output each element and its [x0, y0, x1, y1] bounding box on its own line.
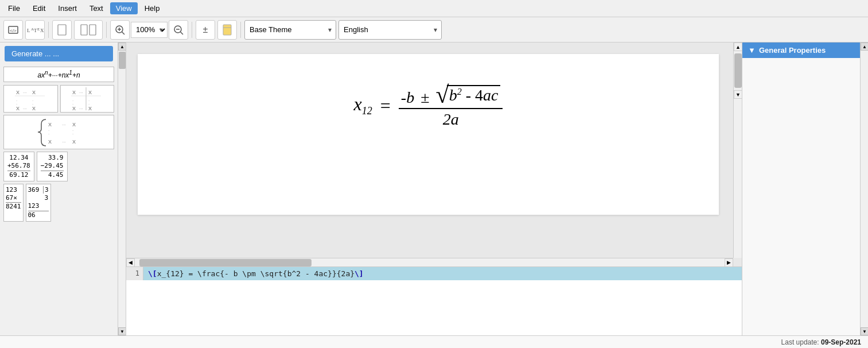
zoom-in-button[interactable]: [110, 20, 130, 40]
brace-matrix-icon: X ··· X · · · · X ··· X: [33, 117, 85, 147]
menu-text[interactable]: Text: [84, 2, 109, 14]
sqrt-container: √ b2 - 4ac: [436, 83, 501, 107]
code-view-button[interactable]: </>: [3, 20, 23, 40]
svg-text:···: ···: [23, 90, 27, 95]
general-properties-header: ▼ General Properties: [742, 42, 868, 58]
poly-label: axn+···+nx1+n: [37, 71, 80, 79]
scroll-thumb[interactable]: [119, 52, 126, 69]
hscroll-left[interactable]: ◀: [126, 258, 135, 267]
vscroll-down[interactable]: ▼: [734, 90, 742, 99]
svg-rect-17: [223, 25, 231, 35]
menu-view[interactable]: View: [110, 2, 138, 14]
svg-text:···: ···: [79, 90, 83, 95]
matrix-row-1: X ··· X ··· ··· X ··· X: [3, 85, 114, 113]
svg-text:···: ···: [62, 122, 66, 127]
zoom-in-icon: [114, 24, 126, 36]
code-bracket-open: \[: [148, 269, 157, 278]
scroll-down-arrow[interactable]: ▼: [118, 327, 126, 335]
menu-insert[interactable]: Insert: [52, 2, 83, 14]
sqrt-content: b2 - 4ac: [447, 85, 501, 105]
separator-1: [48, 22, 49, 38]
status-label: Last update:: [781, 338, 819, 346]
svg-text:···: ···: [23, 106, 27, 110]
menubar: File Edit Insert Text View Help: [0, 0, 868, 17]
zoom-out-button[interactable]: [169, 20, 188, 40]
svg-text:X: X: [72, 122, 76, 127]
right-sidebar: ▼ General Properties ▲ ▼: [742, 42, 868, 335]
formula-numerator: -b ± √ b2 - 4ac: [399, 83, 503, 109]
menu-help[interactable]: Help: [139, 2, 166, 14]
hscroll-thumb[interactable]: [139, 259, 312, 266]
svg-text:X: X: [32, 90, 36, 95]
left-sidebar: Generate ... axn+···+nx1+n X ··· X ···: [0, 42, 126, 335]
svg-text:···: ···: [79, 106, 83, 110]
toolbar: </> L A T E X: [0, 17, 868, 42]
svg-rect-8: [81, 25, 87, 35]
line-content-1[interactable]: \[x_{12} = \frac{- b \pm \sqrt{b^2 - 4ac…: [143, 267, 742, 280]
long-division-1[interactable]: 123 67× 8241: [3, 184, 24, 222]
generate-button[interactable]: Generate ...: [5, 46, 113, 61]
vscroll-up[interactable]: ▲: [734, 42, 742, 51]
canvas-area: x12 = -b ± √ b2 - 4ac: [126, 42, 742, 266]
svg-line-15: [181, 32, 184, 34]
svg-text:X: X: [16, 90, 20, 95]
hscroll-right[interactable]: ▶: [725, 258, 733, 267]
right-scroll-up[interactable]: ▲: [861, 42, 868, 51]
svg-text:X: X: [40, 28, 44, 33]
code-editor[interactable]: 1 \[x_{12} = \frac{- b \pm \sqrt{b^2 - 4…: [126, 266, 742, 335]
long-division-2[interactable]: 369 3 3 123 06: [26, 184, 51, 222]
language-select-wrapper: English French German Spanish: [338, 20, 442, 40]
svg-text:X: X: [88, 90, 92, 95]
separator-3: [192, 22, 192, 38]
document-button[interactable]: [217, 20, 237, 40]
page-icon: [57, 24, 67, 36]
latex-view-button[interactable]: L A T E X: [25, 20, 45, 40]
arithmetic-row: 12.34 +56.78 69.12 33.9 −29.45 4.45: [3, 152, 114, 181]
columns-button[interactable]: [74, 20, 103, 40]
theme-select[interactable]: Base Theme Dark Theme Light Theme: [244, 20, 336, 40]
latex-icon: L A T E X: [26, 24, 44, 36]
canvas-vscrollbar[interactable]: ▲ ▼: [733, 42, 742, 258]
right-scroll-down[interactable]: ▼: [861, 327, 868, 335]
brace-matrix-row: X ··· X · · · · X ··· X: [3, 115, 114, 149]
menu-file[interactable]: File: [2, 2, 26, 14]
polynomial-template[interactable]: axn+···+nx1+n: [3, 67, 114, 82]
matrix-template-1[interactable]: X ··· X ··· ··· X ··· X: [3, 85, 58, 113]
statusbar: Last update: 09-Sep-2021: [0, 335, 868, 348]
scroll-track: [118, 51, 126, 327]
svg-text:·: ·: [72, 132, 73, 137]
formula-denominator: 2a: [441, 109, 461, 129]
svg-text:X: X: [72, 106, 76, 110]
svg-text:L: L: [27, 28, 30, 33]
division-row: 123 67× 8241 369 3 3 123 06: [3, 184, 114, 222]
main-layout: Generate ... axn+···+nx1+n X ··· X ···: [0, 42, 868, 335]
zoom-select[interactable]: 100% 75% 125% 150% 200%: [131, 22, 168, 38]
svg-text:X: X: [72, 139, 76, 145]
right-scrollbar[interactable]: ▲ ▼: [860, 42, 868, 335]
matrix-grid-icon-1: X ··· X ··· ··· X ··· X: [15, 87, 46, 110]
collapse-icon[interactable]: ▼: [748, 46, 756, 55]
formula-fraction: -b ± √ b2 - 4ac 2a: [399, 83, 503, 129]
menu-edit[interactable]: Edit: [27, 2, 51, 14]
language-select[interactable]: English French German Spanish: [338, 20, 442, 40]
addition-template[interactable]: 12.34 +56.78 69.12: [3, 152, 34, 181]
vscroll-thumb[interactable]: [734, 53, 742, 88]
svg-text:X: X: [32, 106, 36, 110]
subtraction-template[interactable]: 33.9 −29.45 4.45: [37, 152, 68, 181]
page-button[interactable]: [52, 20, 72, 40]
formula-lhs: x12: [354, 94, 372, 117]
plus-minus-button[interactable]: ±: [196, 20, 215, 40]
code-icon: </>: [7, 24, 19, 36]
svg-text:E: E: [37, 27, 40, 32]
svg-text:·: ·: [48, 132, 49, 137]
matrix-template-2[interactable]: X ··· X ··· ··· X ··· X: [60, 85, 115, 113]
brace-matrix-template[interactable]: X ··· X · · · · X ··· X: [3, 115, 114, 149]
sidebar-scrollbar[interactable]: ▲ ▼: [118, 42, 126, 335]
svg-text:X: X: [88, 106, 92, 110]
svg-text:X: X: [48, 122, 52, 127]
scroll-up-arrow[interactable]: ▲: [118, 42, 126, 51]
svg-rect-7: [58, 25, 66, 35]
svg-rect-9: [89, 25, 96, 35]
canvas-hscrollbar[interactable]: ◀ ▶: [126, 258, 733, 266]
columns-icon: [80, 24, 96, 36]
